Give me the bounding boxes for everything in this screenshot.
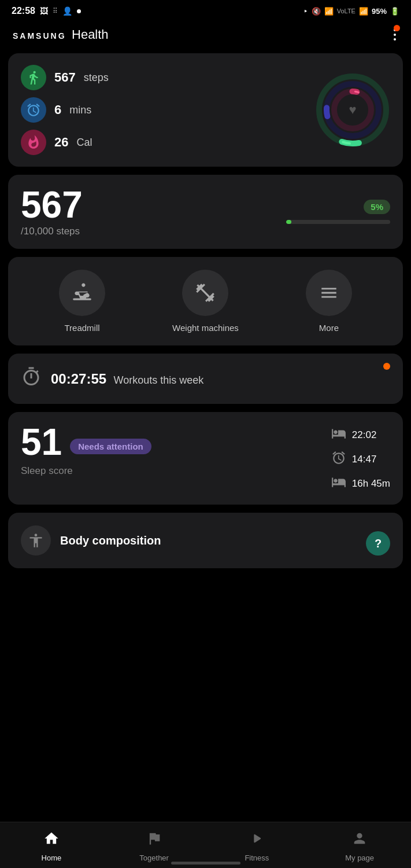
week-card[interactable]: 00:27:55 Workouts this week	[8, 354, 403, 404]
together-icon	[146, 830, 162, 851]
dots-icon: ⠿	[53, 7, 58, 15]
photo-icon: 🖼	[40, 6, 48, 16]
weights-icon	[182, 270, 228, 316]
nav-together-label: Together	[139, 854, 169, 862]
nav-home[interactable]: Home	[28, 830, 75, 862]
sleep-score-value: 51	[21, 424, 62, 461]
stopwatch-icon	[21, 366, 42, 391]
bed-icon	[331, 426, 346, 444]
steps-unit: steps	[84, 72, 109, 84]
bottom-navigation: Home Together Fitness My page	[0, 822, 411, 868]
body-composition-card[interactable]: Body composition ?	[8, 513, 403, 568]
sleep-score-area: 51 Needs attention Sleep score	[21, 424, 151, 477]
dot-indicator	[77, 9, 81, 13]
activity-metrics: 567 steps 6 mins 26 Cal	[21, 65, 109, 155]
week-time: 00:27:55	[51, 371, 106, 387]
more-label: More	[319, 323, 339, 333]
cal-icon	[21, 130, 46, 155]
sleep-top: 51 Needs attention Sleep score 22:02	[21, 424, 390, 493]
mins-icon	[21, 97, 46, 123]
alarm-icon	[331, 450, 346, 469]
steps-percent-badge: 5%	[364, 200, 390, 214]
nav-fitness-label: Fitness	[245, 854, 269, 862]
mute-icon: 🔇	[312, 7, 321, 16]
sleep-duration-row: 16h 45m	[331, 475, 390, 493]
week-label-text: Workouts this week	[114, 374, 204, 386]
sleep-duration: 16h 45m	[352, 478, 390, 490]
profile-icon: 👤	[62, 6, 72, 16]
body-help-button[interactable]: ?	[366, 531, 390, 556]
mins-value: 6	[54, 102, 61, 117]
sleep-card[interactable]: 51 Needs attention Sleep score 22:02	[8, 412, 403, 505]
steps-icon	[21, 65, 46, 90]
treadmill-label: Treadmill	[64, 323, 99, 333]
status-right: ‣ 🔇 📶 VoLTE 📶 95% 🔋	[303, 7, 399, 16]
signal-icon: VoLTE	[337, 8, 356, 14]
activity-ring-svg: ♥	[315, 72, 390, 148]
workout-card: Treadmill Weight machines More	[8, 257, 403, 345]
sleep-duration-icon	[331, 475, 346, 493]
svg-rect-9	[73, 299, 91, 300]
weights-label: Weight machines	[172, 323, 239, 333]
mypage-icon	[351, 830, 368, 851]
steps-goal-text: /10,000 steps	[21, 226, 83, 237]
cal-unit: Cal	[76, 137, 92, 149]
notification-dot	[394, 25, 400, 31]
fitness-icon	[249, 830, 265, 851]
home-icon	[43, 830, 60, 851]
home-indicator	[171, 862, 240, 865]
status-time: 22:58	[12, 6, 35, 16]
sleep-stats: 22:02 14:47 16h 45	[331, 426, 390, 493]
steps-card[interactable]: 567 /10,000 steps 5%	[8, 175, 403, 249]
workout-item-treadmill[interactable]: Treadmill	[59, 270, 105, 333]
steps-progress-area: 5%	[286, 200, 390, 224]
steps-big-number: 567	[21, 186, 83, 223]
sleep-badge: Needs attention	[70, 439, 151, 454]
sleep-score-left: 51 Needs attention	[21, 424, 151, 461]
sleep-score-label: Sleep score	[21, 465, 151, 477]
app-name: Health	[72, 27, 109, 42]
body-composition-title: Body composition	[60, 534, 161, 547]
mins-row: 6 mins	[21, 97, 109, 123]
network-bars: 📶	[359, 7, 368, 16]
progress-bar-fill	[286, 220, 291, 224]
steps-left: 567 /10,000 steps	[21, 186, 83, 237]
bluetooth-icon: ‣	[303, 7, 308, 16]
activity-ring: ♥	[315, 72, 390, 148]
steps-card-inner: 567 /10,000 steps 5%	[21, 186, 390, 237]
battery-icon: 🔋	[390, 7, 399, 16]
activity-card[interactable]: 567 steps 6 mins 26 Cal	[8, 53, 403, 167]
wifi-icon: 📶	[324, 7, 334, 16]
battery-level: 95%	[372, 7, 387, 16]
sleep-bedtime: 22:02	[352, 429, 377, 441]
mins-unit: mins	[69, 104, 91, 116]
week-notification-dot	[383, 363, 390, 370]
nav-home-label: Home	[42, 854, 62, 862]
nav-mypage[interactable]: My page	[336, 830, 383, 862]
nav-fitness[interactable]: Fitness	[234, 830, 280, 862]
sleep-bedtime-row: 22:02	[331, 426, 390, 444]
cal-value: 26	[54, 135, 68, 150]
steps-row: 567 steps	[21, 65, 109, 90]
body-icon	[21, 525, 51, 556]
status-left: 22:58 🖼 ⠿ 👤	[12, 6, 81, 16]
week-time-label: 00:27:55 Workouts this week	[51, 371, 203, 387]
menu-button[interactable]	[391, 27, 398, 43]
steps-value: 567	[54, 70, 76, 85]
nav-mypage-label: My page	[345, 854, 374, 862]
cal-row: 26 Cal	[21, 130, 109, 155]
menu-dot-2	[394, 34, 396, 36]
sleep-wakeup-row: 14:47	[331, 450, 390, 469]
status-bar: 22:58 🖼 ⠿ 👤 ‣ 🔇 📶 VoLTE 📶 95% 🔋	[0, 0, 411, 20]
app-title-container: SAMSUNG Health	[13, 27, 109, 42]
more-icon	[306, 270, 352, 316]
menu-dot-3	[394, 38, 396, 41]
progress-bar-bg	[286, 220, 390, 224]
brand-name: SAMSUNG	[13, 31, 66, 41]
workout-item-weights[interactable]: Weight machines	[172, 270, 239, 333]
nav-together[interactable]: Together	[131, 830, 177, 862]
treadmill-icon	[59, 270, 105, 316]
workout-item-more[interactable]: More	[306, 270, 352, 333]
svg-text:♥: ♥	[349, 102, 356, 117]
sleep-wakeup: 14:47	[352, 454, 377, 465]
